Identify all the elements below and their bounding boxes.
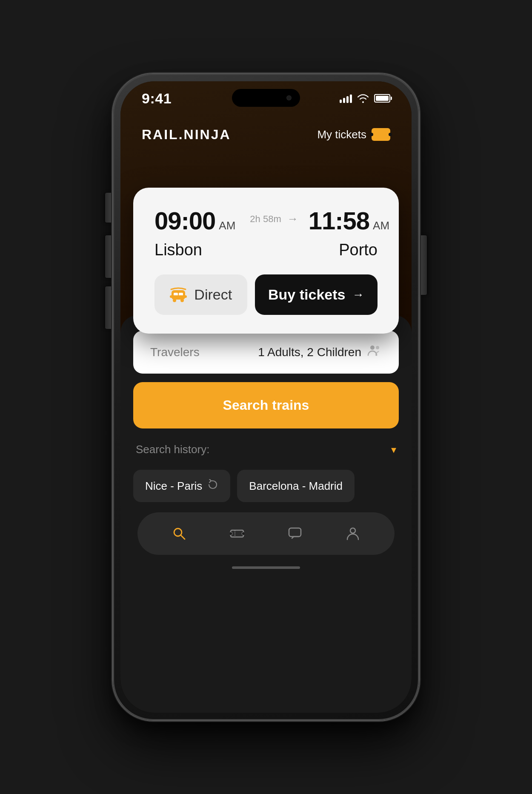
train-result-card: 09:00 AM 2h 58m → 11:58 AM Lis [133,188,399,334]
person-nav-icon [346,526,360,541]
bottom-panel: Travelers 1 Adults, 2 Children [120,315,412,713]
buy-label: Buy tickets [268,286,345,303]
to-city: Porto [339,241,378,259]
arrive-time-value: 11:58 [309,206,369,235]
depart-ampm: AM [219,219,235,232]
signal-bar-3 [346,96,349,103]
search-icon [172,526,186,541]
svg-point-5 [180,299,184,302]
status-time: 9:41 [142,90,172,107]
nav-search[interactable] [166,520,193,547]
search-history-row: Search history: ▾ [133,439,399,460]
svg-point-12 [242,532,244,535]
svg-point-11 [230,532,232,535]
history-chip-nice-paris[interactable]: Nice - Paris [133,470,230,502]
chip-label-barcelona-madrid: Barcelona - Madrid [249,480,343,493]
refresh-icon [207,479,218,493]
volume-up-button[interactable] [105,235,111,278]
history-chips: Nice - Paris Barcelona - Madrid [133,468,399,504]
travelers-value-wrap: 1 Adults, 2 Children [258,344,382,360]
signal-bar-1 [340,100,342,103]
travelers-label: Travelers [150,346,200,359]
ticket-nav-icon [230,528,244,540]
svg-point-15 [350,528,355,533]
search-trains-label: Search trains [223,397,309,413]
card-actions: Direct Buy tickets → [154,274,378,315]
nav-profile[interactable] [339,520,366,547]
ticket-icon [372,128,390,141]
travelers-value: 1 Adults, 2 Children [258,346,361,359]
svg-rect-14 [289,528,301,537]
screen-content: 09:00 AM 2h 58m → 11:58 AM Lis [120,154,412,713]
train-time-row: 09:00 AM 2h 58m → 11:58 AM [154,206,378,235]
mute-button[interactable] [105,193,111,223]
app-header: RAIL.NINJA My tickets [120,115,412,154]
arrive-ampm: AM [373,219,389,232]
app-logo: RAIL.NINJA [142,127,231,143]
home-bar [232,566,300,569]
buy-tickets-button[interactable]: Buy tickets → [255,274,378,315]
signal-bar-4 [350,94,352,103]
dynamic-island [232,89,300,107]
battery-icon [374,94,390,103]
duration-line: 2h 58m → [246,212,298,226]
depart-time-value: 09:00 [154,206,215,235]
phone-wrapper: 9:41 RAIL.NINJA [113,74,419,720]
history-chip-barcelona-madrid[interactable]: Barcelona - Madrid [237,470,355,502]
volume-down-button[interactable] [105,286,111,329]
camera-dot [286,95,292,100]
svg-line-9 [181,535,185,539]
train-icon [169,287,187,303]
chip-label-nice-paris: Nice - Paris [145,480,202,493]
chevron-down-icon[interactable]: ▾ [391,444,396,456]
search-trains-button[interactable]: Search trains [133,382,399,428]
buy-arrow-icon: → [352,288,364,302]
my-tickets-button[interactable]: My tickets [317,128,390,141]
nav-tickets[interactable] [223,520,251,547]
nav-chat[interactable] [281,520,309,547]
svg-rect-3 [170,295,187,298]
svg-point-6 [370,346,375,350]
bottom-nav [137,512,395,555]
battery-fill [376,96,389,101]
status-icons [340,94,390,103]
arrow-right: → [287,212,298,226]
svg-rect-0 [172,290,185,300]
my-tickets-label: My tickets [317,128,366,141]
chat-icon [288,526,302,541]
wifi-icon [357,94,369,103]
svg-point-7 [376,346,379,349]
arrive-time: 11:58 AM [309,206,389,235]
svg-point-4 [173,299,176,302]
city-row: Lisbon Porto [154,241,378,259]
phone-screen: 9:41 RAIL.NINJA [120,81,412,713]
signal-bars-icon [340,94,352,103]
from-city: Lisbon [154,241,202,259]
signal-bar-2 [343,98,345,103]
home-indicator [133,559,399,576]
depart-time: 09:00 AM [154,206,235,235]
direct-button[interactable]: Direct [154,274,247,315]
person-icon [367,344,382,360]
search-history-label: Search history: [136,443,209,456]
direct-label: Direct [194,286,232,303]
duration-label: 2h 58m [246,214,285,225]
travelers-row[interactable]: Travelers 1 Adults, 2 Children [133,331,399,374]
power-button[interactable] [421,235,427,295]
